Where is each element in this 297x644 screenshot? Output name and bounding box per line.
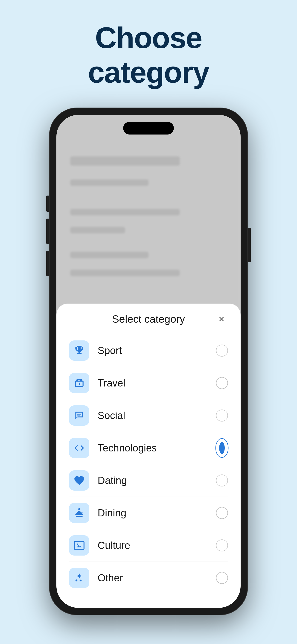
travel-label: Travel (98, 377, 216, 389)
category-item-technologies[interactable]: Technologies (69, 432, 228, 464)
travel-icon-wrap (69, 373, 89, 393)
volume-up-button (46, 218, 50, 244)
category-item-other[interactable]: Other (69, 562, 228, 594)
sheet-title: Select category (112, 313, 185, 325)
category-item-dating[interactable]: Dating (69, 464, 228, 497)
category-item-social[interactable]: Social (69, 400, 228, 432)
phone-mockup: Select category × (50, 108, 248, 615)
travel-icon (74, 377, 85, 389)
dating-label: Dating (98, 475, 216, 486)
sport-icon-wrap (69, 340, 89, 361)
svg-rect-0 (79, 382, 80, 385)
dining-icon (74, 507, 85, 519)
volume-down-button (46, 251, 50, 276)
social-label: Social (98, 410, 216, 421)
dining-radio[interactable] (216, 507, 228, 519)
technologies-icon (74, 442, 85, 454)
phone-screen: Select category × (56, 115, 240, 608)
other-radio[interactable] (216, 572, 228, 584)
page-title: Choose category (88, 21, 209, 90)
dating-icon (74, 475, 85, 486)
other-icon (74, 572, 85, 584)
culture-icon-wrap (69, 535, 89, 556)
dining-label: Dining (98, 507, 216, 519)
sheet-header: Select category × (69, 313, 228, 325)
culture-icon (74, 540, 85, 551)
close-icon: × (218, 314, 224, 324)
category-item-sport[interactable]: Sport (69, 334, 228, 367)
other-icon-wrap (69, 568, 89, 588)
sport-icon (74, 345, 85, 356)
social-icon-wrap (69, 406, 89, 426)
culture-label: Culture (98, 540, 216, 551)
technologies-icon-wrap (69, 438, 89, 458)
dating-radio[interactable] (216, 474, 228, 486)
dynamic-island (123, 122, 174, 134)
category-item-travel[interactable]: Travel (69, 367, 228, 400)
svg-point-1 (77, 544, 78, 545)
social-radio[interactable] (216, 410, 228, 422)
sport-label: Sport (98, 345, 216, 356)
sport-radio[interactable] (216, 344, 228, 356)
travel-radio[interactable] (216, 377, 228, 389)
other-label: Other (98, 572, 216, 584)
phone-frame: Select category × (50, 108, 248, 615)
technologies-radio[interactable] (216, 442, 228, 454)
power-button (248, 228, 251, 262)
close-button[interactable]: × (215, 312, 228, 326)
category-item-dining[interactable]: Dining (69, 497, 228, 529)
category-list: Sport Travel (69, 334, 228, 594)
category-bottom-sheet: Select category × (56, 304, 240, 608)
technologies-label: Technologies (98, 442, 216, 454)
dating-icon-wrap (69, 470, 89, 490)
mute-button (46, 196, 50, 212)
dining-icon-wrap (69, 503, 89, 523)
culture-radio[interactable] (216, 540, 228, 552)
category-item-culture[interactable]: Culture (69, 529, 228, 562)
social-icon (74, 410, 85, 421)
